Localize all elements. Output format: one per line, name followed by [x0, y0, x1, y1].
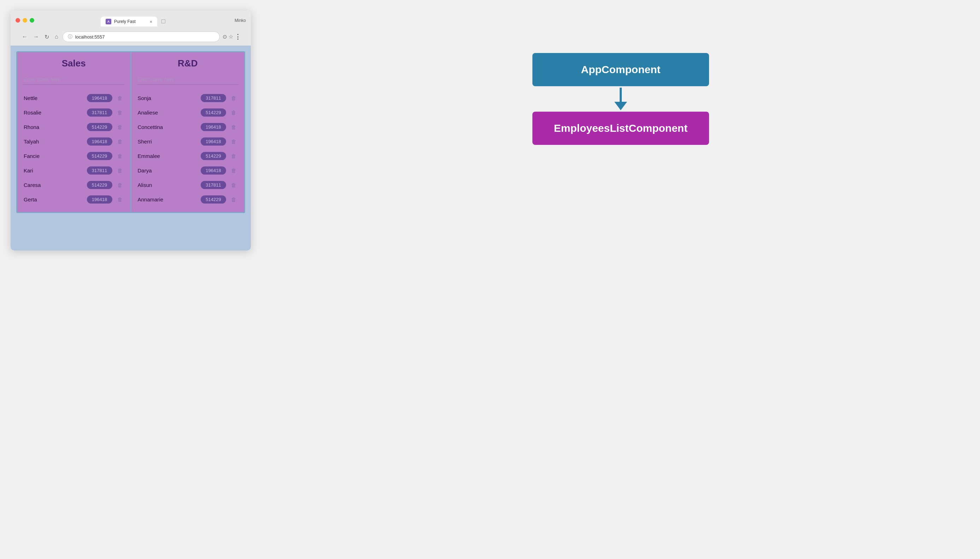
employee-badge: 196418: [201, 137, 226, 146]
new-tab-button[interactable]: □: [159, 16, 168, 26]
employee-badge: 317811: [87, 109, 112, 117]
maximize-button[interactable]: [30, 18, 34, 23]
employee-name: Gerta: [24, 197, 87, 202]
employee-name: Darya: [138, 167, 201, 174]
departments-container: Sales Nettle 196418 🗑 Rosalie 317811 🗑 R…: [16, 51, 245, 213]
browser-window: A Purely Fast × □ Minko ← → ↻ ⌂ ⓘ localh…: [11, 11, 251, 251]
table-row: Talyah 196418 🗑: [23, 135, 125, 149]
employee-badge: 196418: [201, 166, 226, 175]
table-row: Caresa 514229 🗑: [23, 178, 125, 192]
window-controls: [15, 18, 34, 23]
diagram-arrow: [614, 88, 627, 110]
home-button[interactable]: ⌂: [53, 33, 60, 41]
employee-name: Sonja: [138, 95, 201, 101]
reload-button[interactable]: ↻: [43, 33, 51, 41]
delete-employee-button[interactable]: 🗑: [230, 138, 238, 145]
table-row: Emmalee 514229 🗑: [137, 149, 239, 163]
employee-name: Annamarie: [138, 197, 201, 202]
diagram-section: AppComponent EmployeesListComponent: [272, 11, 969, 145]
url-bar[interactable]: ⓘ localhost:5557: [63, 31, 220, 42]
table-row: Sherri 196418 🗑: [137, 135, 239, 149]
tab-title: Purely Fast: [114, 19, 147, 24]
delete-employee-button[interactable]: 🗑: [116, 123, 124, 131]
share-icon[interactable]: ⊙: [223, 33, 227, 40]
employee-name: Concettina: [138, 124, 201, 130]
rnd-name-input[interactable]: [137, 74, 239, 85]
browser-top-row: A Purely Fast × □ Minko: [15, 14, 246, 26]
employee-name: Emmalee: [138, 153, 201, 159]
employee-badge: 514229: [87, 181, 112, 189]
rnd-title: R&D: [137, 58, 239, 69]
employee-badge: 317811: [201, 94, 226, 102]
employee-name: Analiese: [138, 109, 201, 116]
table-row: Alisun 317811 🗑: [137, 178, 239, 192]
delete-employee-button[interactable]: 🗑: [116, 152, 124, 160]
forward-button[interactable]: →: [32, 33, 40, 41]
table-row: Sonja 317811 🗑: [137, 91, 239, 105]
delete-employee-button[interactable]: 🗑: [116, 196, 124, 203]
app-component-label: AppComponent: [581, 64, 661, 75]
rnd-employee-list: Sonja 317811 🗑 Analiese 514229 🗑 Concett…: [137, 91, 239, 206]
url-actions: ⊙ ☆ ⋮: [223, 33, 241, 41]
employee-badge: 317811: [87, 166, 112, 175]
sales-employee-list: Nettle 196418 🗑 Rosalie 317811 🗑 Rhona 5…: [23, 91, 125, 206]
close-button[interactable]: [15, 18, 20, 23]
delete-employee-button[interactable]: 🗑: [230, 167, 238, 174]
employee-name: Rhona: [24, 124, 87, 130]
table-row: Darya 196418 🗑: [137, 164, 239, 177]
employee-badge: 317811: [201, 181, 226, 189]
delete-employee-button[interactable]: 🗑: [230, 181, 238, 189]
bookmark-icon[interactable]: ☆: [228, 33, 233, 40]
sales-panel: Sales Nettle 196418 🗑 Rosalie 317811 🗑 R…: [17, 52, 131, 212]
app-component-box: AppComponent: [532, 53, 709, 86]
delete-employee-button[interactable]: 🗑: [230, 152, 238, 160]
tab-favicon: A: [106, 19, 111, 25]
employee-badge: 196418: [87, 137, 112, 146]
sales-name-input[interactable]: [23, 74, 125, 85]
arrow-line: [620, 88, 622, 102]
table-row: Rosalie 317811 🗑: [23, 106, 125, 119]
employee-badge: 514229: [201, 195, 226, 203]
delete-employee-button[interactable]: 🗑: [116, 138, 124, 145]
rnd-panel: R&D Sonja 317811 🗑 Analiese 514229 🗑 Con…: [131, 52, 245, 212]
employee-name: Rosalie: [24, 109, 87, 116]
employee-name: Talyah: [24, 139, 87, 144]
delete-employee-button[interactable]: 🗑: [230, 196, 238, 203]
table-row: Nettle 196418 🗑: [23, 91, 125, 105]
browser-titlebar: A Purely Fast × □ Minko ← → ↻ ⌂ ⓘ localh…: [11, 11, 251, 46]
employee-badge: 514229: [201, 152, 226, 160]
table-row: Kari 317811 🗑: [23, 164, 125, 177]
browser-tab[interactable]: A Purely Fast ×: [101, 17, 157, 26]
employee-name: Alisun: [138, 182, 201, 188]
tab-close-button[interactable]: ×: [149, 20, 152, 24]
address-bar: ← → ↻ ⌂ ⓘ localhost:5557 ⊙ ☆ ⋮: [15, 29, 246, 46]
employee-badge: 514229: [87, 152, 112, 160]
url-security-icon: ⓘ: [68, 33, 73, 40]
employee-badge: 514229: [87, 123, 112, 131]
delete-employee-button[interactable]: 🗑: [116, 94, 124, 102]
back-button[interactable]: ←: [20, 33, 29, 41]
employee-badge: 514229: [201, 109, 226, 117]
employees-list-component-box: EmployeesListComponent: [532, 112, 709, 145]
employee-name: Caresa: [24, 182, 87, 188]
employee-name: Sherri: [138, 139, 201, 144]
employee-name: Nettle: [24, 95, 87, 101]
table-row: Gerta 196418 🗑: [23, 193, 125, 206]
arrow-head: [614, 102, 627, 110]
delete-employee-button[interactable]: 🗑: [116, 181, 124, 189]
delete-employee-button[interactable]: 🗑: [116, 109, 124, 116]
delete-employee-button[interactable]: 🗑: [230, 123, 238, 131]
delete-employee-button[interactable]: 🗑: [230, 94, 238, 102]
employee-badge: 196418: [87, 195, 112, 203]
tab-bar: A Purely Fast × □: [101, 16, 168, 26]
more-options-button[interactable]: ⋮: [235, 33, 241, 41]
employee-badge: 196418: [201, 123, 226, 131]
minimize-button[interactable]: [23, 18, 27, 23]
browser-user-label: Minko: [235, 18, 246, 23]
employee-badge: 196418: [87, 94, 112, 102]
table-row: Concettina 196418 🗑: [137, 120, 239, 134]
sales-title: Sales: [23, 58, 125, 69]
browser-content: Sales Nettle 196418 🗑 Rosalie 317811 🗑 R…: [11, 46, 251, 251]
delete-employee-button[interactable]: 🗑: [116, 167, 124, 174]
delete-employee-button[interactable]: 🗑: [230, 109, 238, 116]
